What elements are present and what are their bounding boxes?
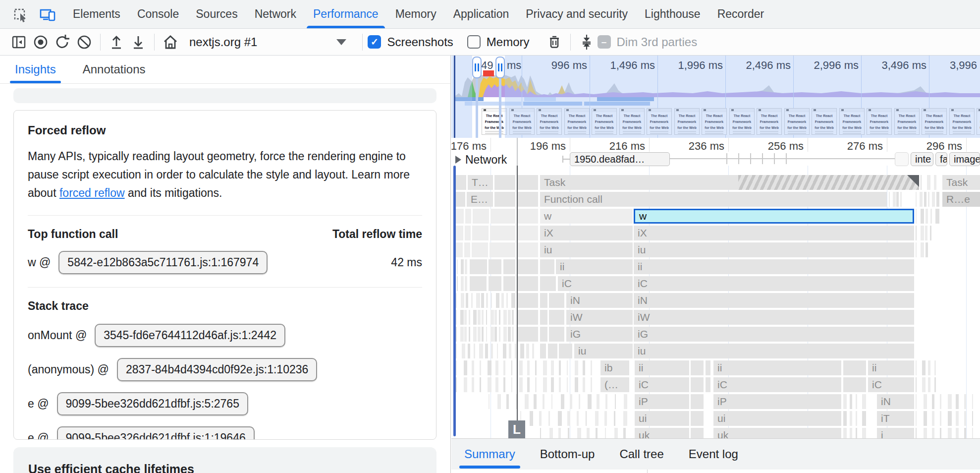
flame-event-bar[interactable]: T… (468, 175, 493, 190)
flame-event-bar[interactable] (551, 377, 554, 392)
flame-event-bar[interactable] (506, 293, 508, 308)
flame-event-bar[interactable] (926, 209, 928, 224)
flame-event-bar[interactable] (579, 394, 580, 409)
bottom-tab-call-tree[interactable]: Call tree (619, 447, 663, 461)
flame-event-bar[interactable] (473, 327, 477, 342)
flame-event-bar[interactable] (972, 411, 973, 426)
flame-event-bar[interactable] (465, 209, 471, 224)
flame-event-bar[interactable] (956, 428, 959, 438)
flame-event-bar[interactable] (916, 377, 917, 392)
flame-event-bar[interactable]: Task (540, 175, 919, 190)
flame-event-bar[interactable]: iP (713, 394, 841, 409)
flame-event-bar[interactable] (928, 360, 930, 375)
flame-event-bar[interactable] (972, 394, 973, 409)
session-select[interactable]: nextjs.org #1 (189, 35, 257, 49)
flame-event-bar[interactable] (604, 411, 607, 426)
flame-event-bar[interactable] (623, 411, 627, 426)
flame-event-bar[interactable] (921, 175, 922, 190)
flame-event-bar[interactable]: uk (635, 428, 689, 438)
flame-event-bar[interactable] (843, 394, 847, 409)
flame-event-bar[interactable]: iC (868, 377, 914, 392)
flame-event-bar[interactable] (559, 360, 561, 375)
dim-3rd-parties-label[interactable]: Dim 3rd parties (617, 35, 698, 49)
flame-event-bar[interactable] (465, 226, 471, 240)
flame-event-bar[interactable] (518, 276, 538, 291)
memory-label[interactable]: Memory (487, 35, 530, 49)
sidebar-tab-annotations[interactable]: Annotations (83, 56, 146, 83)
flame-event-bar[interactable] (461, 276, 464, 291)
flame-event-bar[interactable] (490, 209, 515, 224)
flame-event-bar[interactable] (525, 394, 529, 409)
flame-event-bar[interactable] (512, 310, 514, 325)
network-request-chip[interactable]: image (949, 152, 980, 166)
flame-event-bar[interactable] (921, 226, 924, 240)
flame-event-bar[interactable] (691, 428, 704, 438)
flame-event-bar[interactable] (921, 209, 924, 224)
flame-event-bar[interactable]: iC (713, 377, 841, 392)
flame-event-bar[interactable] (924, 394, 927, 409)
flame-event-bar[interactable]: Task (942, 175, 980, 190)
flame-event-bar[interactable] (495, 377, 498, 392)
flame-event-bar[interactable] (470, 259, 487, 274)
flame-event-bar[interactable]: (… (600, 377, 629, 392)
flame-event-bar[interactable] (527, 360, 530, 375)
flame-event-bar[interactable] (568, 428, 569, 438)
screenshots-checkbox[interactable]: ✓ (368, 35, 381, 49)
flame-event-bar[interactable] (508, 327, 511, 342)
flame-event-bar[interactable] (926, 242, 928, 257)
flame-event-bar[interactable] (596, 428, 598, 438)
flame-event-bar[interactable] (489, 259, 501, 274)
flame-event-bar[interactable] (497, 344, 498, 358)
flame-event-bar[interactable] (470, 276, 487, 291)
flame-event-bar[interactable] (843, 377, 866, 392)
flame-event-bar[interactable] (577, 428, 581, 438)
flame-event-bar[interactable]: iN (566, 293, 633, 308)
network-request-chip[interactable]: inte (911, 152, 933, 166)
flame-event-bar[interactable] (456, 226, 463, 240)
flame-event-bar[interactable] (456, 175, 466, 190)
flame-event-bar[interactable] (494, 175, 515, 190)
flame-event-bar[interactable] (527, 377, 530, 392)
flame-event-bar[interactable]: ii (713, 360, 841, 375)
filmstrip-screenshot[interactable]: The ReactFrameworkfor the Web (482, 108, 507, 135)
flame-event-bar[interactable] (503, 276, 515, 291)
flame-event-bar[interactable] (490, 327, 494, 342)
flame-event-bar[interactable] (856, 411, 857, 426)
flame-event-bar[interactable] (586, 411, 587, 426)
flame-event-bar[interactable]: R…e (942, 192, 980, 207)
flame-event-bar[interactable] (706, 377, 710, 392)
flame-event-bar[interactable] (511, 293, 515, 308)
flame-event-bar[interactable] (503, 344, 506, 358)
download-profile-button[interactable] (127, 31, 149, 53)
flame-event-bar[interactable] (597, 394, 599, 409)
flame-event-bar[interactable] (501, 293, 504, 308)
flame-event-bar[interactable] (466, 293, 468, 308)
tab-lighthouse[interactable]: Lighthouse (636, 0, 709, 28)
flame-event-bar[interactable] (595, 411, 599, 426)
network-request-chip[interactable]: 1950.dea8fad… (570, 152, 670, 166)
flame-event-bar[interactable] (503, 327, 507, 342)
flame-event-bar[interactable]: i (877, 428, 914, 438)
flame-event-bar[interactable] (900, 192, 902, 207)
flame-event-bar[interactable] (932, 428, 934, 438)
load-marker-badge[interactable]: L (508, 420, 525, 438)
flame-event-bar[interactable] (535, 360, 537, 375)
flame-event-bar[interactable] (482, 310, 484, 325)
flame-event-bar[interactable] (956, 411, 959, 426)
flame-event-bar[interactable]: iu (574, 344, 633, 358)
flame-event-bar[interactable] (940, 411, 941, 426)
tab-elements[interactable]: Elements (64, 0, 129, 28)
flame-event-bar[interactable] (464, 377, 467, 392)
flame-event-bar[interactable] (850, 428, 852, 438)
network-request-chip[interactable]: fa (935, 152, 947, 166)
flame-event-bar[interactable]: iW (566, 310, 633, 325)
flame-event-bar[interactable] (916, 428, 917, 438)
flame-event-bar[interactable] (503, 310, 507, 325)
flame-event-bar[interactable] (614, 428, 618, 438)
flame-event-bar[interactable] (543, 360, 547, 375)
flame-event-bar[interactable] (956, 394, 959, 409)
flame-event-bar[interactable] (575, 360, 578, 375)
flame-event-bar[interactable] (512, 327, 514, 342)
flame-event-bar[interactable] (567, 360, 568, 375)
flame-event-bar[interactable] (591, 360, 592, 375)
